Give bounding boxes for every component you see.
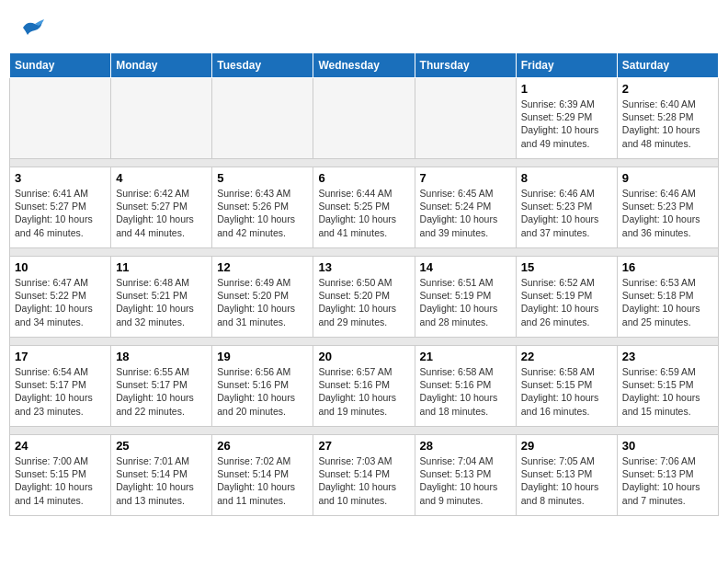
- cell-info: Sunrise: 6:42 AMSunset: 5:27 PMDaylight:…: [116, 187, 207, 239]
- calendar-cell: 8Sunrise: 6:46 AMSunset: 5:23 PMDaylight…: [516, 167, 617, 248]
- cell-info: Sunrise: 6:48 AMSunset: 5:21 PMDaylight:…: [116, 276, 207, 328]
- calendar-cell: [10, 78, 111, 159]
- calendar-cell: 20Sunrise: 6:57 AMSunset: 5:16 PMDayligh…: [313, 346, 415, 427]
- header: [9, 9, 719, 52]
- weekday-header: Tuesday: [212, 53, 313, 78]
- cell-info: Sunrise: 6:46 AMSunset: 5:23 PMDaylight:…: [622, 187, 713, 239]
- day-number: 1: [521, 82, 612, 96]
- calendar-cell: 1Sunrise: 6:39 AMSunset: 5:29 PMDaylight…: [516, 78, 617, 159]
- calendar-cell: 11Sunrise: 6:48 AMSunset: 5:21 PMDayligh…: [111, 257, 212, 338]
- cell-info: Sunrise: 6:55 AMSunset: 5:17 PMDaylight:…: [116, 365, 207, 418]
- day-number: 17: [15, 350, 106, 363]
- cell-info: Sunrise: 7:06 AMSunset: 5:13 PMDaylight:…: [622, 454, 713, 507]
- separator-cell: [10, 159, 719, 167]
- day-number: 23: [622, 350, 713, 363]
- calendar-cell: 14Sunrise: 6:51 AMSunset: 5:19 PMDayligh…: [415, 257, 516, 338]
- row-separator: [10, 427, 719, 435]
- day-number: 25: [116, 439, 207, 453]
- calendar-cell: 15Sunrise: 6:52 AMSunset: 5:19 PMDayligh…: [516, 257, 617, 338]
- cell-info: Sunrise: 6:40 AMSunset: 5:28 PMDaylight:…: [622, 98, 713, 150]
- cell-info: Sunrise: 6:46 AMSunset: 5:23 PMDaylight:…: [521, 187, 612, 239]
- cell-info: Sunrise: 6:41 AMSunset: 5:27 PMDaylight:…: [15, 187, 106, 239]
- calendar-cell: 21Sunrise: 6:58 AMSunset: 5:16 PMDayligh…: [415, 346, 516, 427]
- calendar-cell: 25Sunrise: 7:01 AMSunset: 5:14 PMDayligh…: [111, 435, 212, 516]
- cell-info: Sunrise: 6:58 AMSunset: 5:15 PMDaylight:…: [521, 365, 612, 418]
- day-number: 29: [521, 439, 612, 453]
- day-number: 30: [622, 439, 713, 453]
- calendar-cell: 27Sunrise: 7:03 AMSunset: 5:14 PMDayligh…: [313, 435, 415, 516]
- separator-cell: [10, 427, 719, 435]
- calendar-cell: 12Sunrise: 6:49 AMSunset: 5:20 PMDayligh…: [212, 257, 313, 338]
- day-number: 28: [420, 439, 511, 453]
- calendar-cell: 24Sunrise: 7:00 AMSunset: 5:15 PMDayligh…: [10, 435, 111, 516]
- day-number: 11: [116, 260, 207, 274]
- day-number: 9: [622, 171, 713, 185]
- weekday-header: Wednesday: [313, 53, 415, 78]
- calendar-week-row: 24Sunrise: 7:00 AMSunset: 5:15 PMDayligh…: [10, 435, 719, 516]
- calendar-cell: 19Sunrise: 6:56 AMSunset: 5:16 PMDayligh…: [212, 346, 313, 427]
- calendar-cell: 30Sunrise: 7:06 AMSunset: 5:13 PMDayligh…: [617, 435, 718, 516]
- calendar-cell: 6Sunrise: 6:44 AMSunset: 5:25 PMDaylight…: [313, 167, 415, 248]
- row-separator: [10, 248, 719, 257]
- weekday-header: Thursday: [415, 53, 516, 78]
- cell-info: Sunrise: 6:39 AMSunset: 5:29 PMDaylight:…: [521, 98, 612, 150]
- weekday-header: Sunday: [10, 53, 111, 78]
- weekday-header: Monday: [111, 53, 212, 78]
- cell-info: Sunrise: 7:02 AMSunset: 5:14 PMDaylight:…: [217, 454, 308, 507]
- calendar-cell: 22Sunrise: 6:58 AMSunset: 5:15 PMDayligh…: [516, 346, 617, 427]
- day-number: 7: [420, 171, 511, 185]
- row-separator: [10, 159, 719, 167]
- cell-info: Sunrise: 6:56 AMSunset: 5:16 PMDaylight:…: [217, 365, 308, 418]
- calendar-cell: 18Sunrise: 6:55 AMSunset: 5:17 PMDayligh…: [111, 346, 212, 427]
- cell-info: Sunrise: 6:50 AMSunset: 5:20 PMDaylight:…: [318, 276, 409, 328]
- calendar-cell: 26Sunrise: 7:02 AMSunset: 5:14 PMDayligh…: [212, 435, 313, 516]
- day-number: 5: [217, 171, 308, 185]
- row-separator: [10, 338, 719, 346]
- calendar-cell: [111, 78, 212, 159]
- calendar-cell: [313, 78, 415, 159]
- cell-info: Sunrise: 6:58 AMSunset: 5:16 PMDaylight:…: [420, 365, 511, 418]
- separator-cell: [10, 338, 719, 346]
- cell-info: Sunrise: 6:49 AMSunset: 5:20 PMDaylight:…: [217, 276, 308, 328]
- cell-info: Sunrise: 7:00 AMSunset: 5:15 PMDaylight:…: [15, 454, 106, 507]
- calendar-cell: 7Sunrise: 6:45 AMSunset: 5:24 PMDaylight…: [415, 167, 516, 248]
- day-number: 19: [217, 350, 308, 363]
- calendar-cell: 29Sunrise: 7:05 AMSunset: 5:13 PMDayligh…: [516, 435, 617, 516]
- day-number: 16: [622, 260, 713, 274]
- cell-info: Sunrise: 6:43 AMSunset: 5:26 PMDaylight:…: [217, 187, 308, 239]
- weekday-header: Saturday: [617, 53, 718, 78]
- calendar-cell: 4Sunrise: 6:42 AMSunset: 5:27 PMDaylight…: [111, 167, 212, 248]
- calendar-cell: 10Sunrise: 6:47 AMSunset: 5:22 PMDayligh…: [10, 257, 111, 338]
- cell-info: Sunrise: 6:59 AMSunset: 5:15 PMDaylight:…: [622, 365, 713, 418]
- calendar-week-row: 1Sunrise: 6:39 AMSunset: 5:29 PMDaylight…: [10, 78, 719, 159]
- logo: [18, 17, 46, 43]
- cell-info: Sunrise: 6:53 AMSunset: 5:18 PMDaylight:…: [622, 276, 713, 328]
- calendar-cell: [212, 78, 313, 159]
- day-number: 4: [116, 171, 207, 185]
- cell-info: Sunrise: 7:01 AMSunset: 5:14 PMDaylight:…: [116, 454, 207, 507]
- weekday-header: Friday: [516, 53, 617, 78]
- cell-info: Sunrise: 7:05 AMSunset: 5:13 PMDaylight:…: [521, 454, 612, 507]
- calendar-week-row: 3Sunrise: 6:41 AMSunset: 5:27 PMDaylight…: [10, 167, 719, 248]
- calendar-cell: 2Sunrise: 6:40 AMSunset: 5:28 PMDaylight…: [617, 78, 718, 159]
- cell-info: Sunrise: 6:54 AMSunset: 5:17 PMDaylight:…: [15, 365, 106, 418]
- day-number: 27: [318, 439, 409, 453]
- day-number: 12: [217, 260, 308, 274]
- cell-info: Sunrise: 6:44 AMSunset: 5:25 PMDaylight:…: [318, 187, 409, 239]
- calendar-cell: 17Sunrise: 6:54 AMSunset: 5:17 PMDayligh…: [10, 346, 111, 427]
- calendar-week-row: 17Sunrise: 6:54 AMSunset: 5:17 PMDayligh…: [10, 346, 719, 427]
- calendar-cell: 9Sunrise: 6:46 AMSunset: 5:23 PMDaylight…: [617, 167, 718, 248]
- day-number: 20: [318, 350, 409, 363]
- calendar-cell: 13Sunrise: 6:50 AMSunset: 5:20 PMDayligh…: [313, 257, 415, 338]
- calendar-week-row: 10Sunrise: 6:47 AMSunset: 5:22 PMDayligh…: [10, 257, 719, 338]
- day-number: 15: [521, 260, 612, 274]
- day-number: 6: [318, 171, 409, 185]
- logo-bird-icon: [18, 17, 46, 39]
- day-number: 3: [15, 171, 106, 185]
- day-number: 21: [420, 350, 511, 363]
- cell-info: Sunrise: 7:03 AMSunset: 5:14 PMDaylight:…: [318, 454, 409, 507]
- calendar-cell: 23Sunrise: 6:59 AMSunset: 5:15 PMDayligh…: [617, 346, 718, 427]
- header-row: SundayMondayTuesdayWednesdayThursdayFrid…: [10, 53, 719, 78]
- day-number: 24: [15, 439, 106, 453]
- cell-info: Sunrise: 6:45 AMSunset: 5:24 PMDaylight:…: [420, 187, 511, 239]
